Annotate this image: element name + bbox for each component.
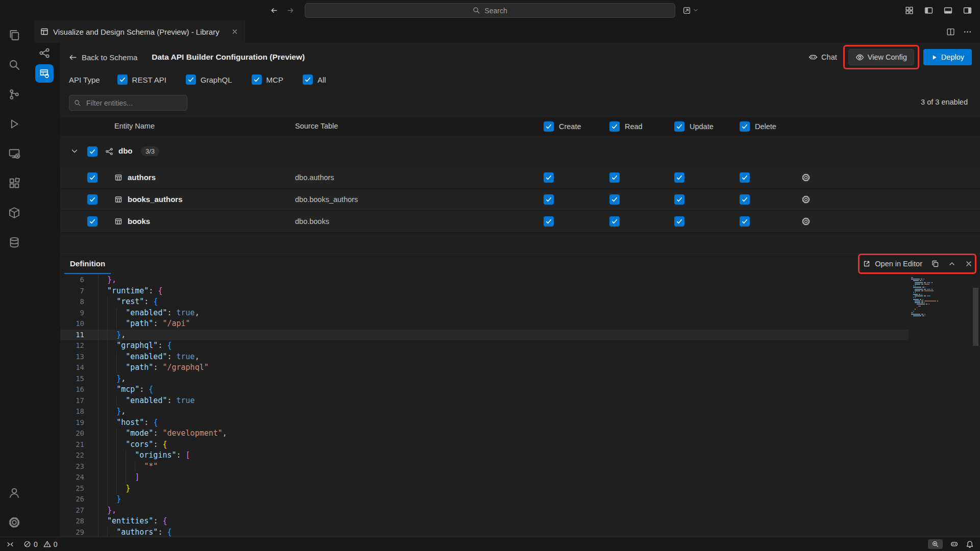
copy-icon[interactable] [931,260,939,268]
more-actions-icon[interactable] [963,28,972,36]
api-type-checkbox[interactable] [303,74,313,85]
code-line-25[interactable]: 25 } [60,483,909,494]
row-checkbox[interactable] [87,194,97,205]
code-line-17[interactable]: 17 "enabled": true [60,395,909,407]
delete-checkbox[interactable] [740,194,750,205]
panel-tab-definition[interactable]: Definition [64,254,111,274]
group-checkbox[interactable] [87,146,97,157]
delete-checkbox[interactable] [740,172,750,183]
create-checkbox[interactable] [544,194,554,205]
read-checkbox[interactable] [609,216,620,227]
chevron-down-icon[interactable] [70,147,79,155]
api-type-checkbox[interactable] [186,74,196,85]
code-line-7[interactable]: 7 "runtime": { [60,286,909,297]
code-line-10[interactable]: 10 "path": "/api" [60,318,909,330]
row-settings-icon[interactable] [801,217,811,226]
explorer-icon[interactable] [0,20,29,50]
code-line-14[interactable]: 14 "path": "/graphql" [60,362,909,373]
chat-button[interactable]: Chat [804,49,841,65]
toggle-secondary-sidebar-icon[interactable] [961,4,974,17]
code-line-18[interactable]: 18 }, [60,406,909,417]
table-row[interactable]: authors dbo.authors [60,167,980,189]
code-line-13[interactable]: 13 "enabled": true, [60,352,909,363]
editor-scrollbar[interactable] [973,288,978,346]
code-line-19[interactable]: 19 "host": { [60,417,909,429]
settings-gear-icon[interactable] [0,508,29,537]
tab-visualize-design-schema[interactable]: Visualize and Design Schema (Preview) - … [34,20,245,43]
row-checkbox[interactable] [87,172,97,183]
code-line-6[interactable]: 6 }, [60,274,909,286]
api-type-option-all[interactable]: All [303,74,326,85]
code-line-9[interactable]: 9 "enabled": true, [60,308,909,319]
back-arrow-icon[interactable] [270,6,278,15]
toggle-panel-icon[interactable] [941,4,954,17]
problems-indicator[interactable]: 0 0 [23,540,58,548]
code-line-8[interactable]: 8 "rest": { [60,296,909,308]
table-row[interactable]: books_authors dbo.books_authors [60,189,980,211]
design-schema-tab[interactable] [29,63,60,84]
code-line-15[interactable]: 15 }, [60,373,909,385]
window-layout-dropdown[interactable] [682,4,699,17]
layout-grid-icon[interactable] [902,4,916,17]
remote-indicator[interactable] [6,540,14,548]
create-checkbox[interactable] [544,216,554,227]
code-line-12[interactable]: 12 "graphql": { [60,340,909,352]
bell-icon[interactable] [966,540,974,548]
definition-editor[interactable]: 6 },7 "runtime": {8 "rest": {9 "enabled"… [60,273,980,537]
select-all-update-checkbox[interactable] [674,121,684,132]
database-cube-icon[interactable] [0,198,29,228]
view-config-button[interactable]: View Config [848,49,914,65]
row-checkbox[interactable] [87,216,97,227]
code-line-23[interactable]: 23 "*" [60,461,909,472]
close-icon[interactable] [965,260,973,268]
row-settings-icon[interactable] [801,195,811,204]
api-type-checkbox[interactable] [252,74,262,85]
extensions-icon[interactable] [0,168,29,198]
code-line-20[interactable]: 20 "mode": "development", [60,428,909,439]
forward-arrow-icon[interactable] [286,6,295,15]
account-icon[interactable] [0,478,29,508]
close-icon[interactable] [231,28,238,35]
back-to-schema-link[interactable]: Back to Schema [68,53,137,62]
api-type-option-rest-api[interactable]: REST API [117,74,166,85]
select-all-create-checkbox[interactable] [544,121,554,132]
api-type-option-mcp[interactable]: MCP [252,74,283,85]
code-line-21[interactable]: 21 "cors": { [60,439,909,450]
minimap[interactable] [910,277,970,317]
remote-explorer-icon[interactable] [0,139,29,168]
code-line-11[interactable]: 11 }, [60,330,909,341]
run-debug-icon[interactable] [0,109,29,139]
code-line-27[interactable]: 27 }, [60,505,909,516]
command-center-search[interactable]: Search [305,3,675,18]
schema-group-row[interactable]: dbo 3/3 [60,141,980,162]
create-checkbox[interactable] [544,172,554,183]
select-all-read-checkbox[interactable] [609,121,620,132]
read-checkbox[interactable] [609,194,620,205]
update-checkbox[interactable] [674,172,684,183]
update-checkbox[interactable] [674,194,684,205]
api-type-checkbox[interactable] [117,74,128,85]
zoom-indicator[interactable] [928,539,943,549]
source-control-icon[interactable] [0,80,29,109]
code-line-22[interactable]: 22 "origins": [ [60,450,909,461]
code-line-26[interactable]: 26 } [60,494,909,505]
database-icon[interactable] [0,228,29,257]
code-line-24[interactable]: 24 ] [60,472,909,483]
select-all-delete-checkbox[interactable] [740,121,750,132]
deploy-button[interactable]: Deploy [923,49,972,65]
entity-filter-input[interactable] [85,98,169,108]
code-line-16[interactable]: 16 "mcp": { [60,384,909,395]
split-editor-icon[interactable] [946,28,955,36]
entity-filter[interactable] [69,95,187,111]
row-settings-icon[interactable] [801,173,811,182]
copilot-status-icon[interactable] [950,540,959,548]
chevron-up-icon[interactable] [948,260,956,268]
table-row[interactable]: books dbo.books [60,211,980,233]
read-checkbox[interactable] [609,172,620,183]
toggle-sidebar-icon[interactable] [922,4,935,17]
visualize-schema-icon[interactable] [29,43,60,63]
search-icon[interactable] [0,50,29,80]
code-line-29[interactable]: 29 "authors": { [60,527,909,538]
open-in-editor-button[interactable]: Open in Editor [863,260,922,268]
code-line-28[interactable]: 28 "entities": { [60,516,909,527]
